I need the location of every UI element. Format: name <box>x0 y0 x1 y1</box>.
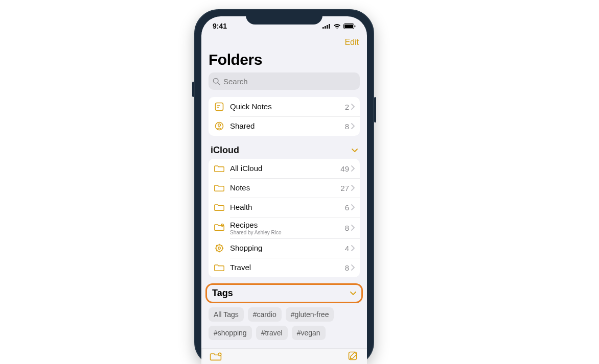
chevron-right-icon <box>351 245 355 251</box>
section-header-tags[interactable]: Tags <box>205 283 363 303</box>
chevron-down-icon <box>352 149 358 153</box>
chevron-right-icon <box>351 185 355 191</box>
folder-count: 8 <box>345 122 349 131</box>
phone-frame: 9:41 Edit Folders Quick Notes 2 <box>194 9 374 364</box>
compose-button[interactable] <box>348 351 359 364</box>
svg-rect-3 <box>329 24 330 29</box>
folder-count: 8 <box>345 263 349 272</box>
svg-point-13 <box>222 224 223 225</box>
new-folder-button[interactable] <box>210 351 222 363</box>
folder-label: Shared <box>230 122 345 131</box>
section-title: Tags <box>212 288 233 299</box>
svg-line-8 <box>218 83 220 85</box>
search-field[interactable] <box>209 72 360 90</box>
folder-row-smart[interactable]: Shopping 4 <box>209 238 360 258</box>
chevron-right-icon <box>351 264 355 271</box>
folder-icon <box>214 262 225 273</box>
status-indicators <box>322 23 356 29</box>
folder-label: Quick Notes <box>230 102 345 111</box>
folder-count: 49 <box>340 164 349 173</box>
svg-rect-2 <box>327 25 328 29</box>
folder-label: Travel <box>230 263 345 272</box>
chevron-right-icon <box>351 225 355 231</box>
tag-chip[interactable]: #vegan <box>292 326 326 340</box>
svg-rect-9 <box>216 103 223 111</box>
svg-rect-5 <box>344 25 353 28</box>
bottom-toolbar <box>201 348 367 364</box>
svg-rect-0 <box>322 27 324 29</box>
svg-rect-6 <box>355 25 356 27</box>
new-folder-icon <box>210 351 222 361</box>
folder-count: 27 <box>340 184 349 192</box>
svg-point-11 <box>218 124 221 127</box>
folder-icon <box>214 163 225 174</box>
compose-icon <box>348 351 359 362</box>
tag-chip[interactable]: #cardio <box>248 307 282 322</box>
tag-chip[interactable]: #travel <box>256 326 288 340</box>
top-folder-list: Quick Notes 2 Shared 8 <box>209 97 360 136</box>
folder-row[interactable]: All iCloud 49 <box>209 159 360 178</box>
folder-label: Shopping <box>230 244 345 253</box>
section-header-icloud[interactable]: iCloud <box>211 145 358 156</box>
folder-label: All iCloud <box>230 164 340 173</box>
battery-icon <box>343 23 356 29</box>
edit-button[interactable]: Edit <box>344 38 359 47</box>
phone-notch <box>246 10 322 25</box>
status-time: 9:41 <box>213 22 227 30</box>
folder-row[interactable]: Notes 27 <box>209 178 360 198</box>
nav-bar: Edit <box>201 36 367 51</box>
folder-row-shared[interactable]: Shared 8 <box>209 116 360 136</box>
shared-folder-icon <box>214 222 225 233</box>
folder-row[interactable]: Travel 8 <box>209 258 360 277</box>
shared-icon <box>214 120 225 132</box>
folder-count: 4 <box>345 244 349 253</box>
cellular-icon <box>322 23 331 29</box>
page-title: Folders <box>201 51 367 72</box>
svg-point-15 <box>218 247 220 249</box>
chevron-down-icon <box>350 292 356 296</box>
search-input[interactable] <box>223 77 356 86</box>
tag-chip[interactable]: #shopping <box>209 326 252 340</box>
folder-count: 8 <box>345 224 349 232</box>
icloud-folder-list: All iCloud 49 Notes 27 Health 6 <box>209 159 360 277</box>
chevron-right-icon <box>351 123 355 129</box>
chevron-right-icon <box>351 104 355 110</box>
folder-row-shared-folder[interactable]: Recipes Shared by Ashley Rico 8 <box>209 217 360 238</box>
folder-row-quick-notes[interactable]: Quick Notes 2 <box>209 97 360 116</box>
folder-icon <box>214 202 225 213</box>
section-title: iCloud <box>211 145 239 156</box>
search-icon <box>213 78 220 85</box>
tags-list: All Tags #cardio #gluten-free #shopping … <box>201 307 367 340</box>
folder-row[interactable]: Health 6 <box>209 198 360 217</box>
tag-chip[interactable]: All Tags <box>209 307 244 322</box>
wifi-icon <box>333 23 341 29</box>
smart-folder-icon <box>214 242 225 254</box>
folder-label: Notes <box>230 183 340 192</box>
chevron-right-icon <box>351 165 355 172</box>
folder-label: Health <box>230 203 345 212</box>
phone-screen: 9:41 Edit Folders Quick Notes 2 <box>201 16 367 364</box>
chevron-right-icon <box>351 204 355 210</box>
svg-rect-1 <box>325 26 326 29</box>
tag-chip[interactable]: #gluten-free <box>286 307 334 322</box>
folder-count: 2 <box>345 103 349 111</box>
folder-subtitle: Shared by Ashley Rico <box>230 230 345 235</box>
folder-count: 6 <box>345 203 349 212</box>
folder-label: Recipes <box>230 221 345 230</box>
folder-icon <box>214 182 225 193</box>
quick-notes-icon <box>214 101 225 112</box>
